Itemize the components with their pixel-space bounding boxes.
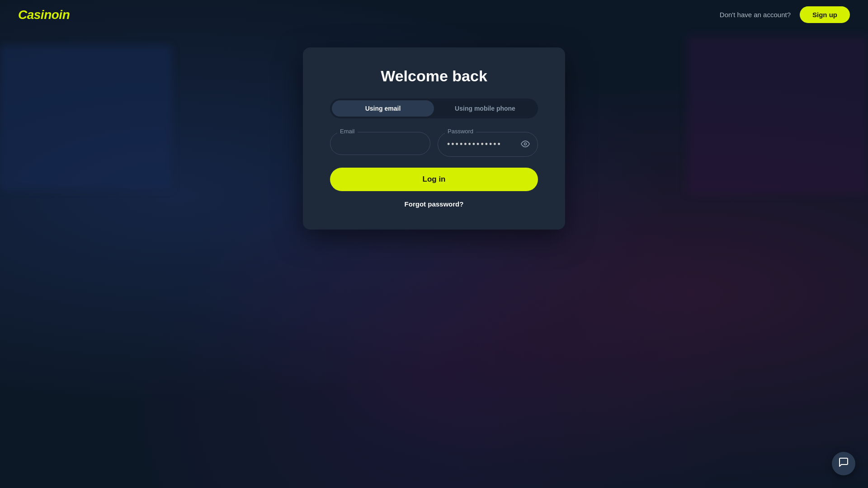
toggle-password-icon[interactable]: [521, 139, 530, 150]
email-label: Email: [337, 128, 358, 135]
main-content: Welcome back Using email Using mobile ph…: [0, 29, 868, 230]
logo[interactable]: Casinoin: [18, 8, 70, 22]
svg-point-0: [524, 143, 527, 145]
tab-mobile-phone[interactable]: Using mobile phone: [434, 100, 536, 117]
email-input[interactable]: [330, 132, 430, 155]
forgot-password-link[interactable]: Forgot password?: [330, 200, 538, 208]
password-label: Password: [445, 128, 476, 135]
login-button[interactable]: Log in: [330, 168, 538, 191]
no-account-text: Don't have an account?: [720, 11, 791, 19]
login-card: Welcome back Using email Using mobile ph…: [303, 47, 565, 230]
chat-button[interactable]: [832, 452, 855, 475]
header-right: Don't have an account? Sign up: [720, 6, 850, 23]
card-title: Welcome back: [330, 67, 538, 85]
tab-email[interactable]: Using email: [332, 100, 434, 117]
signup-button[interactable]: Sign up: [800, 6, 850, 23]
form-row: Email Password: [330, 132, 538, 157]
password-field-group: Password: [438, 132, 538, 157]
email-field-group: Email: [330, 132, 430, 157]
chat-icon: [838, 457, 849, 470]
tab-switcher: Using email Using mobile phone: [330, 99, 538, 118]
header: Casinoin Don't have an account? Sign up: [0, 0, 868, 29]
